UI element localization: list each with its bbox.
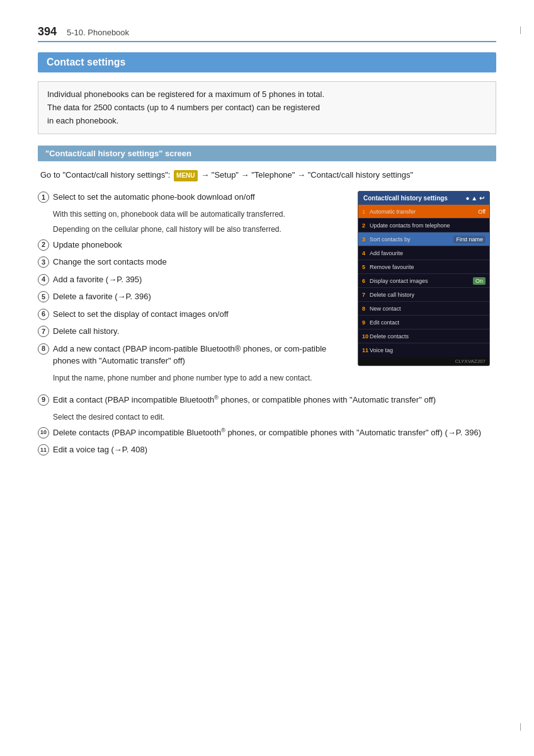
screenshot-row-label-1: Automatic transfer [370,209,475,215]
item-text-10: Delete contacts (PBAP incompatible Bluet… [53,427,496,439]
screenshot-row-label-4: Add favourite [370,250,486,256]
page-container: | | 394 5-10. Phonebook Contact settings… [0,0,534,756]
corner-mark-bottom: | [520,722,521,731]
screenshot-row-num-9: 9 [362,319,370,326]
info-box: Individual phonebooks can be registered … [38,81,496,134]
screenshot-row-num-3: 3 [362,236,370,243]
screenshot-row-5: 5 Remove favourite [358,260,489,274]
screenshot-row-num-1: 1 [362,209,370,215]
screenshot-row-10: 10 Delete contacts [358,329,489,343]
screenshot-mockup: Contact/call history settings ● ▲ ↩ 1 Au… [358,191,490,366]
screenshot-row-label-5: Remove favourite [370,264,486,270]
full-width-items: 9 Edit a contact (PBAP incompatible Blue… [38,394,496,456]
nav-text2: → "Setup" → "Telephone" → "Contact/call … [199,170,414,180]
section-title: Contact settings [38,52,496,72]
screenshot-row-label-7: Delete call history [370,292,486,298]
list-item: 3 Change the sort contacts mode [38,256,348,268]
item-text-11: Edit a voice tag (→P. 408) [53,444,496,456]
item-text-4: Add a favorite (→P. 395) [53,273,348,286]
page-number: 394 [38,25,57,38]
nav-text1: Go to "Contact/call history settings": [40,170,173,180]
screenshot-row-1: 1 Automatic transfer Off [358,205,489,219]
item-number-3: 3 [38,256,49,268]
screenshot-row-3: 3 Sort contacts by First name [358,232,489,246]
screenshot-row-label-9: Edit contact [370,319,486,326]
list-item: 6 Select to set the display of contact i… [38,308,348,321]
screenshot-row-value-6: On [473,277,486,285]
item-number-9: 9 [38,394,49,406]
screenshot-status-icons: ● ▲ ↩ [466,195,485,202]
item-text-1: Select to set the automatic phone-book d… [53,191,348,203]
item-note-1a: With this setting on, phonebook data wil… [53,209,348,220]
item-number-11: 11 [38,444,49,455]
screenshot-row-label-6: Display contact images [370,278,470,284]
screenshot-row-7: 7 Delete call history [358,288,489,302]
page-chapter: 5-10. Phonebook [67,28,129,37]
screenshot-row-value-1: Off [478,209,486,215]
item-text-8: Add a new contact (PBAP incom-patible Bl… [53,343,348,367]
content-columns: 1 Select to set the automatic phone-book… [38,191,496,387]
screenshot-row-num-7: 7 [362,292,370,298]
list-item: 5 Delete a favorite (→P. 396) [38,290,348,303]
screenshot-column: Contact/call history settings ● ▲ ↩ 1 Au… [358,191,496,366]
item-number-2: 2 [38,239,49,251]
list-item: 2 Update phonebook [38,239,348,251]
corner-mark-top: | [520,25,521,34]
info-line1: Individual phonebooks can be registered … [47,89,324,99]
screenshot-title: Contact/call history settings [363,195,448,202]
screenshot-row-label-3: Sort contacts by [370,236,451,243]
item-number-10: 10 [38,427,49,438]
item-number-7: 7 [38,326,49,337]
page-header: 394 5-10. Phonebook [38,25,496,42]
info-line3: in each phonebook. [47,116,118,125]
item-text-7: Delete call history. [53,325,348,338]
list-item: 9 Edit a contact (PBAP incompatible Blue… [38,394,496,406]
item-text-6: Select to set the display of contact ima… [53,308,348,321]
screenshot-row-num-2: 2 [362,222,370,229]
screenshot-row-11: 11 Voice tag [358,343,489,357]
screenshot-title-bar: Contact/call history settings ● ▲ ↩ [358,192,489,205]
list-item: 11 Edit a voice tag (→P. 408) [38,444,496,456]
screenshot-row-8: 8 New contact [358,302,489,316]
screenshot-row-label-11: Voice tag [370,347,486,353]
info-line2: The data for 2500 contacts (up to 4 numb… [47,103,320,112]
list-item: 7 Delete call history. [38,325,348,338]
screenshot-row-num-10: 10 [362,333,370,340]
list-item: 1 Select to set the automatic phone-book… [38,191,348,203]
item-note-1b: Depending on the cellular phone, call hi… [53,224,348,235]
screenshot-row-label-10: Delete contacts [370,333,486,340]
item-number-5: 5 [38,291,49,302]
screenshot-row-num-5: 5 [362,264,370,270]
screenshot-watermark: CLYXVAZ207 [358,357,489,365]
item-number-4: 4 [38,274,49,285]
item-number-6: 6 [38,309,49,320]
screenshot-row-4: 4 Add favourite [358,246,489,260]
screenshot-row-label-8: New contact [370,306,486,312]
screenshot-row-6: 6 Display contact images On [358,274,489,288]
screenshot-row-num-8: 8 [362,306,370,312]
item-text-2: Update phonebook [53,239,348,251]
screenshot-row-num-4: 4 [362,250,370,256]
item-number-8: 8 [38,343,49,355]
screenshot-row-2: 2 Update contacts from telephone [358,219,489,232]
item-number-1: 1 [38,192,49,203]
list-item: 10 Delete contacts (PBAP incompatible Bl… [38,427,496,439]
screenshot-row-num-6: 6 [362,278,370,284]
screenshot-row-9: 9 Edit contact [358,316,489,329]
item-text-5: Delete a favorite (→P. 396) [53,290,348,303]
screenshot-row-label-2: Update contacts from telephone [370,222,486,229]
menu-icon: MENU [174,170,197,181]
list-item: 8 Add a new contact (PBAP incom-patible … [38,343,348,367]
numbered-list: 1 Select to set the automatic phone-book… [38,191,348,387]
item-text-3: Change the sort contacts mode [53,256,348,268]
item-note-9: Select the desired contact to edit. [53,411,496,423]
item-text-9: Edit a contact (PBAP incompatible Blueto… [53,394,496,406]
sub-section-title: "Contact/call history settings" screen [38,146,496,161]
nav-path: Go to "Contact/call history settings": M… [38,169,496,182]
list-item: 4 Add a favorite (→P. 395) [38,273,348,286]
item-note-8: Input the name, phone number and phone n… [53,372,348,384]
screenshot-row-num-11: 11 [362,347,370,353]
screenshot-row-value-3: First name [453,236,486,243]
